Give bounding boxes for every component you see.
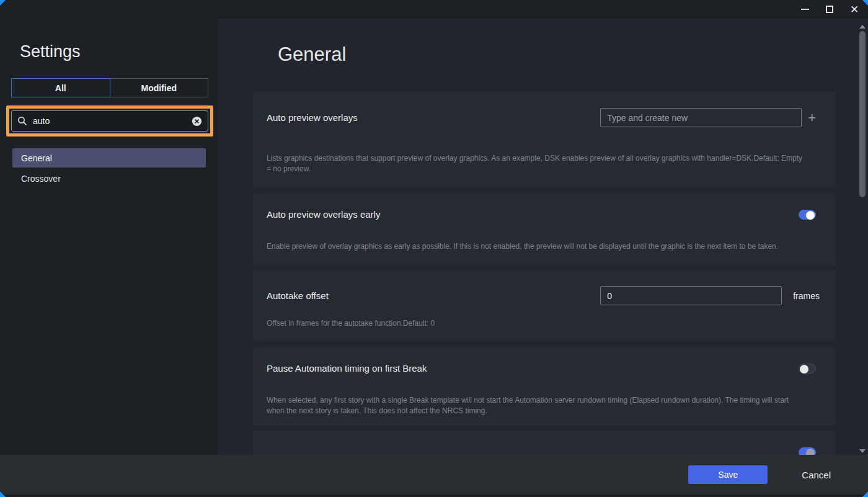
setting-description: Lists graphics destinations that support… — [267, 153, 805, 174]
settings-cards: Auto preview overlays + Lists graphics d… — [253, 92, 836, 455]
main-panel: General Auto preview overlays + Lists gr… — [218, 19, 868, 455]
search-input[interactable] — [33, 116, 192, 126]
search-highlight-frame — [6, 105, 213, 137]
minimize-icon — [801, 9, 809, 10]
toggle-knob — [806, 449, 815, 455]
sidebar-item-general[interactable]: General — [12, 148, 206, 168]
auto-preview-overlays-early-toggle[interactable] — [799, 210, 816, 220]
setting-label: Auto preview overlays early — [267, 209, 380, 220]
footer-bar: Save Cancel — [0, 455, 868, 495]
cancel-button[interactable]: Cancel — [802, 470, 831, 480]
sidebar-item-crossover-label: Crossover — [21, 174, 61, 184]
close-icon: ✕ — [850, 4, 859, 15]
setting-description: Enable preview of overlay graphics as ea… — [267, 241, 805, 252]
clear-search-button[interactable] — [192, 116, 202, 127]
clear-search-icon — [192, 116, 202, 127]
scroll-up-button[interactable] — [859, 25, 866, 29]
sidebar-item-general-label: General — [21, 153, 52, 163]
setting-card-auto-preview-overlays: Auto preview overlays + Lists graphics d… — [253, 92, 836, 188]
setting-label: Autotake offset — [267, 290, 329, 301]
setting-label: Auto preview overlays — [267, 112, 358, 123]
maximize-button[interactable] — [825, 4, 835, 14]
auto-preview-overlays-input[interactable] — [600, 108, 802, 127]
setting-card-autotake-offset: Autotake offset frames Offset in frames … — [253, 270, 836, 342]
filter-tab-modified[interactable]: Modified — [110, 78, 209, 97]
filter-tab-modified-label: Modified — [141, 83, 177, 93]
maximize-icon — [826, 6, 833, 13]
pause-automation-timing-toggle[interactable] — [799, 364, 816, 374]
setting-label: Pause Automation timing on first Break — [267, 363, 427, 374]
sidebar-title: Settings — [20, 42, 218, 61]
sidebar-item-crossover[interactable]: Crossover — [12, 169, 206, 188]
plus-icon: + — [808, 110, 816, 125]
toggle-knob — [806, 211, 815, 220]
filter-tabs: All Modified — [11, 78, 208, 97]
clipped-setting-toggle[interactable] — [799, 447, 816, 455]
window-titlebar: ✕ — [0, 0, 868, 19]
autotake-offset-input[interactable] — [600, 286, 782, 305]
setting-card-auto-preview-overlays-early: Auto preview overlays early Enable previ… — [253, 193, 836, 265]
add-item-button[interactable]: + — [808, 111, 816, 125]
save-button[interactable]: Save — [688, 465, 768, 484]
filter-tab-all-label: All — [55, 83, 66, 93]
sidebar-nav-list: General Crossover — [12, 148, 206, 188]
setting-description: When selected, any first story with a si… — [267, 395, 805, 416]
window-controls: ✕ — [800, 0, 859, 19]
scroll-down-button[interactable] — [859, 449, 866, 453]
filter-tab-all[interactable]: All — [11, 78, 110, 97]
search-icon — [17, 116, 27, 126]
setting-card-clipped — [253, 431, 836, 455]
close-button[interactable]: ✕ — [849, 4, 859, 14]
setting-description: Offset in frames for the autotake functi… — [267, 318, 805, 329]
unit-label: frames — [793, 291, 820, 301]
page-title: General — [278, 43, 346, 66]
setting-card-pause-automation-timing: Pause Automation timing on first Break W… — [253, 347, 836, 426]
minimize-button[interactable] — [800, 4, 810, 14]
settings-sidebar: Settings All Modified Gen — [0, 19, 218, 455]
scrollbar-thumb[interactable] — [859, 31, 866, 197]
toggle-knob — [800, 365, 808, 374]
search-box — [11, 110, 208, 132]
